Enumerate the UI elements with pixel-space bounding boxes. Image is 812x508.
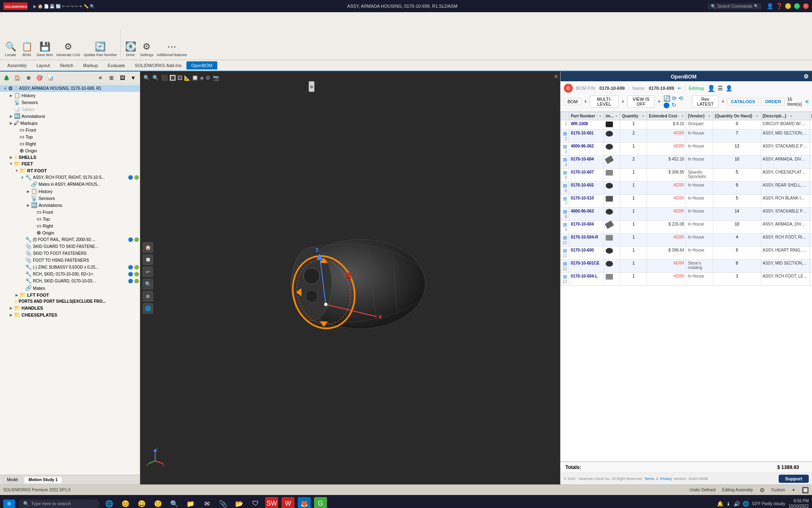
taskbar-icon-10[interactable]: 🛡 [249,497,262,508]
tree-item-foot-hsng[interactable]: 📎 FOOT TO HSNG FASTENERS [0,257,140,264]
tab-solidworks-addins[interactable]: SOLIDWORKS Add-Ins [130,61,186,69]
taskbar-icon-7[interactable]: ✉ [200,497,213,508]
taskbar-icon-12[interactable]: W [281,497,294,508]
col-part-number[interactable]: Part Number ↕▼ [569,112,604,120]
tab-evaluate[interactable]: Evaluate [103,61,130,69]
tab-openbom[interactable]: OpenBOM [186,61,217,69]
rev-btn[interactable]: Rev LATEST [692,96,719,108]
tree-item-skid-fast[interactable]: 📎 SKID TO FOOT FASTENERS [0,250,140,257]
feature-tree-btn-2[interactable]: 🏠 [13,73,22,82]
col-qty[interactable]: Quantity ↕▼ [620,112,647,120]
feature-tree-mode-list[interactable]: ≡ [95,73,105,82]
feature-tree-settings[interactable]: ▼ [128,73,138,82]
vp-btn-3[interactable]: ↩ [143,267,153,277]
settings-gear-icon[interactable]: ⚙ [803,73,809,80]
tab-model[interactable]: Model [2,476,22,483]
menu-icon[interactable]: ☰ [718,85,723,91]
close-button[interactable]: ✕ [803,3,809,9]
taskbar-icon-4[interactable]: 🙂 [152,497,165,508]
plus-button[interactable]: ⊞ [563,131,567,137]
tree-item-mates[interactable]: 🔗 Mates [0,284,140,291]
plus-button[interactable]: ⊞ [563,209,567,215]
settings-button[interactable]: ⚙ Settings [139,41,155,58]
dropdown-arrow-custom[interactable]: ▼ [792,488,795,492]
tree-root[interactable]: ▼ ⚙ ⚠ ASSY, ARMADA HOUSING, 0170-10-699,… [0,85,140,92]
col-desc[interactable]: [Descripti...] ↕▼ [761,112,810,120]
feature-tree-btn-5[interactable]: 📊 [45,73,55,82]
tree-item-cheeseplates[interactable]: ▶ 📁 CHEESEPLATES [0,311,140,318]
taskbar-icon-5[interactable]: 🔍 [168,497,181,508]
col-qoh[interactable]: [Quantity On Hand] ↕▼ [713,112,761,120]
tree-item-foot-rail[interactable]: 🔧 (f) FOOT RAIL, RIGHT, 2000-92-... 🔵 🟢 [0,236,140,243]
tree-item-top-sub[interactable]: ▭ Top [0,215,140,222]
tree-item-handles[interactable]: ▶ 📁 HANDLES [0,304,140,311]
terms-link[interactable]: Terms [644,477,654,481]
plus-button[interactable]: ⊞ [563,183,567,189]
taskbar-icon-13[interactable]: 🦊 [298,497,311,508]
vp-btn-4[interactable]: 🔍 [143,279,153,289]
tab-layout[interactable]: Layout [32,61,55,69]
search-icon-vp[interactable]: 🔍 [143,75,150,81]
user-icon-2[interactable]: 👤 [725,85,732,91]
bom-button[interactable]: 📋 BOM [19,41,35,58]
update-part-button[interactable]: 🔄 Update Part Number [82,41,119,58]
tree-item-assy-rch[interactable]: ▼ 🔧 ASSY, RCH FOOT, RIGHT, 0170-10-5... … [0,174,140,181]
maximize-button[interactable]: □ [794,3,800,9]
tree-item-zinc[interactable]: 🔧 (-) ZINC SUBASSY 0.63OD x 0.25... 🔵 🟢 [0,264,140,271]
minimize-button[interactable]: ─ [785,3,791,9]
vp-btn-1[interactable]: 🏠 [143,242,153,253]
tree-item-rch-skid2[interactable]: 🔧 RCH, SKID GUARD, 0170-10-03... 🔵 🟢 [0,278,140,284]
tree-item-annotations[interactable]: ▶ 🔤 Annotations [0,113,140,119]
openbom-table-wrap[interactable]: Part Number ↕▼ im... ▼ Quantity ↕▼ Exten… [561,112,812,461]
tree-item-ports[interactable]: ⚠ PORTS AND PORT SHELLS(EXCLUDE FRO... [0,298,140,304]
search-commands-area[interactable]: 🔍 Search Commands 🔍 [708,3,762,9]
vp-btn-2[interactable]: 🔲 [143,254,153,265]
tree-item-top[interactable]: ▭ Top [0,133,140,140]
feature-tree-mode-grid[interactable]: ⊞ [106,73,116,82]
plus-button[interactable]: ⊞ [563,248,567,254]
tree-item-markups[interactable]: ▶ 🖊 Markups [0,119,140,126]
plus-button[interactable]: ⊞ [563,235,567,241]
taskbar-icon-8[interactable]: 📎 [217,497,230,508]
tree-item-front-sub[interactable]: ▭ Front [0,208,140,215]
taskbar-icon-3[interactable]: 😀 [135,497,148,508]
plus-button[interactable]: ⊞ [563,144,567,150]
taskbar-icon-14[interactable]: G [314,497,327,508]
tab-sketch[interactable]: Sketch [55,61,78,69]
taskbar-icon-2[interactable]: 😊 [119,497,132,508]
feature-tree-btn-3[interactable]: ⊕ [24,73,33,82]
tree-item-origin-sub[interactable]: ⊕ Origin [0,229,140,236]
col-c[interactable]: [C... ▼ [810,112,812,120]
tree-item-annotations-sub[interactable]: ▶ 🔤 Annotations [0,202,140,208]
plus-button[interactable]: ⊞ [563,261,567,267]
vp-btn-6[interactable]: 🌐 [143,303,153,314]
taskbar-icon-9[interactable]: 📂 [233,497,246,508]
tab-markup[interactable]: Markup [78,61,103,69]
privacy-link[interactable]: Privacy [660,477,672,481]
col-cost[interactable]: Extended Cost ↕▼ [647,112,686,120]
taskbar-icon-1[interactable]: 🌐 [103,497,116,508]
taskbar-icon-11[interactable]: SW [265,497,278,508]
tree-item-shells[interactable]: ▶ ⚠ SHELLS [0,154,140,160]
order-btn[interactable]: ORDER [761,98,785,105]
plus-button[interactable]: ⊞ [563,222,567,228]
tree-item-sensors-sub[interactable]: 📡 Sensors [0,195,140,202]
tree-item-history[interactable]: ▶ 📋 History [0,92,140,99]
tree-item-mates-assy[interactable]: 🔗 Mates in ASSY, ARMADA HOUS... [0,181,140,188]
edit-pencil-icon[interactable]: ✏ [678,86,681,91]
additional-button[interactable]: ⋯ Additional features [155,41,189,58]
tree-item-rch-skid[interactable]: 🔧 RCH, SKID, 0170-10-030, R2<1> 🔵 🟢 [0,271,140,278]
tree-item-skid-guard[interactable]: 📎 SKID GUARD TO SKID FASTENE... [0,243,140,250]
plus-button[interactable]: ⊞ [563,274,567,280]
col-image[interactable]: im... ▼ [604,112,620,120]
refresh-icons[interactable]: 🔄 ⟳ ⟲ ⬤ ↻ [663,95,689,108]
save-item-button[interactable]: 💾 Save Item [35,41,55,58]
catalogs-btn[interactable]: CATALOGS [727,98,759,105]
tree-item-sensors[interactable]: 📡 Sensors [0,99,140,106]
bom-btn[interactable]: BOM [564,98,581,105]
user-icon[interactable]: 👤 [767,3,773,9]
tree-item-tables[interactable]: 📊 Tables [0,106,140,113]
plus-button[interactable]: ⊞ [563,170,567,176]
camera-icon[interactable]: 📷 [213,75,219,81]
feature-tree-btn-1[interactable]: 🌲 [2,73,11,82]
